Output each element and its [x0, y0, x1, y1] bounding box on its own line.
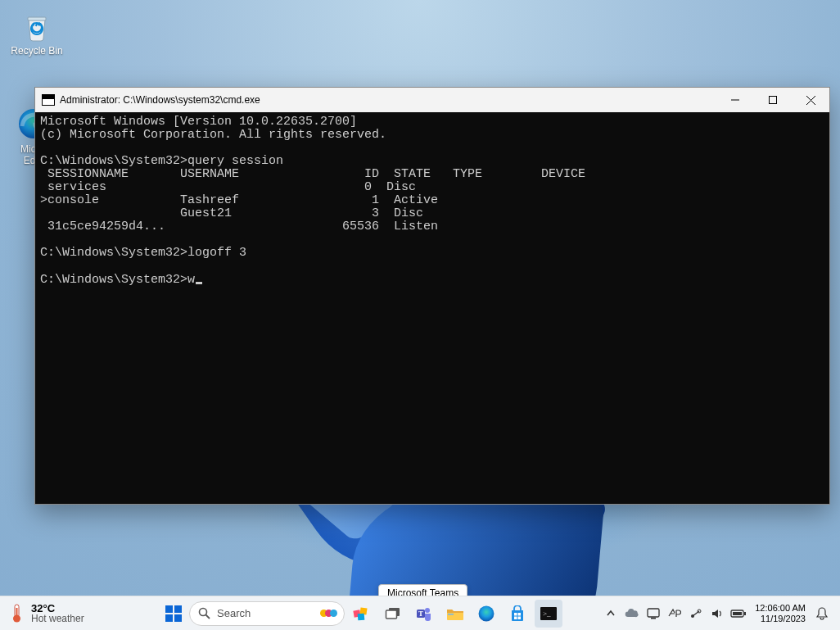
task-view-icon: [385, 606, 401, 621]
terminal-icon: >_: [540, 607, 557, 620]
recycle-bin-icon: [20, 8, 54, 43]
svg-rect-38: [744, 612, 746, 615]
svg-rect-30: [518, 616, 522, 619]
svg-point-15: [200, 609, 207, 616]
store-button[interactable]: [504, 600, 531, 628]
taskbar: 32°C Hot weather Search: [0, 596, 840, 630]
titlebar[interactable]: Administrator: C:\Windows\system32\cmd.e…: [35, 88, 829, 112]
cmd-window[interactable]: Administrator: C:\Windows\system32\cmd.e…: [34, 87, 830, 505]
svg-rect-27: [514, 613, 517, 616]
teams-button[interactable]: T: [410, 600, 438, 628]
term-line: Microsoft Windows [Version 10.0.22635.27…: [40, 115, 357, 129]
term-line: Guest21 3 Disc: [40, 206, 423, 220]
weather-desc: Hot weather: [31, 614, 84, 623]
svg-rect-21: [386, 610, 397, 619]
svg-rect-0: [28, 17, 46, 20]
file-explorer-button[interactable]: [441, 600, 469, 628]
svg-rect-13: [165, 614, 173, 622]
battery-icon[interactable]: [729, 601, 748, 626]
term-line: SESSIONNAME USERNAME ID STATE TYPE DEVIC…: [40, 167, 585, 181]
colored-squares-icon: [353, 605, 371, 622]
svg-rect-33: [648, 609, 659, 617]
svg-rect-5: [770, 97, 777, 104]
clock-date: 11/19/2023: [755, 614, 806, 624]
tray-app-icon[interactable]: [644, 601, 663, 626]
folder-icon: [446, 606, 464, 621]
terminal-cursor: [196, 282, 202, 284]
svg-rect-39: [733, 612, 742, 615]
tray-overflow-button[interactable]: [601, 601, 621, 626]
taskbar-clock[interactable]: 12:06:00 AM 11/19/2023: [750, 603, 811, 623]
taskbar-app-freeform[interactable]: [348, 600, 376, 628]
svg-point-10: [13, 614, 20, 622]
search-placeholder: Search: [217, 607, 251, 619]
start-button[interactable]: [161, 601, 186, 626]
term-line: (c) Microsoft Corporation. All rights re…: [40, 128, 386, 142]
search-decor-icon: [320, 610, 337, 617]
network-icon[interactable]: [686, 601, 706, 626]
term-line: >console Tashreef 1 Active: [40, 193, 438, 207]
store-icon: [509, 605, 526, 622]
term-line: services 0 Disc: [40, 180, 416, 194]
term-line: C:\Windows\System32>query session: [40, 154, 283, 168]
weather-widget[interactable]: 32°C Hot weather: [0, 603, 123, 624]
taskbar-center: Search T: [123, 600, 601, 628]
svg-rect-28: [518, 613, 522, 616]
thermometer-icon: [8, 603, 26, 624]
minimize-button[interactable]: [716, 88, 754, 112]
svg-text:T: T: [418, 610, 423, 618]
edge-taskbar-button[interactable]: [472, 600, 500, 628]
taskbar-search[interactable]: Search: [189, 601, 345, 626]
windows-logo-icon: [165, 605, 183, 623]
svg-point-24: [425, 608, 430, 613]
svg-rect-11: [165, 605, 173, 613]
task-view-button[interactable]: [379, 600, 407, 628]
svg-rect-19: [358, 613, 365, 620]
svg-text:>_: >_: [543, 610, 551, 618]
cmd-taskbar-button[interactable]: >_: [535, 600, 562, 628]
search-icon: [198, 607, 210, 619]
svg-rect-12: [174, 605, 182, 613]
edge-icon: [477, 605, 495, 623]
term-prompt: C:\Windows\System32>w: [40, 273, 195, 287]
notifications-button[interactable]: [812, 601, 832, 626]
svg-rect-34: [651, 618, 656, 619]
clock-time: 12:06:00 AM: [755, 603, 806, 614]
recycle-bin-label: Recycle Bin: [7, 45, 67, 57]
language-icon[interactable]: [665, 601, 684, 626]
svg-rect-25: [448, 614, 454, 615]
term-line: C:\Windows\System32>logoff 3: [40, 246, 246, 260]
volume-icon[interactable]: [707, 601, 727, 626]
system-tray: 12:06:00 AM 11/19/2023: [601, 601, 840, 626]
onedrive-icon[interactable]: [622, 601, 642, 626]
svg-line-16: [206, 615, 210, 619]
svg-rect-14: [174, 614, 182, 622]
window-title: Administrator: C:\Windows\system32\cmd.e…: [60, 94, 716, 106]
cmd-icon: [42, 94, 55, 106]
terminal-body[interactable]: Microsoft Windows [Version 10.0.22635.27…: [35, 112, 829, 504]
maximize-button[interactable]: [754, 88, 792, 112]
svg-rect-29: [514, 616, 517, 619]
svg-point-26: [479, 605, 495, 621]
close-button[interactable]: [792, 88, 829, 112]
teams-icon: T: [415, 605, 433, 622]
term-line: 31c5ce94259d4... 65536 Listen: [40, 220, 438, 233]
recycle-bin[interactable]: Recycle Bin: [7, 8, 67, 57]
